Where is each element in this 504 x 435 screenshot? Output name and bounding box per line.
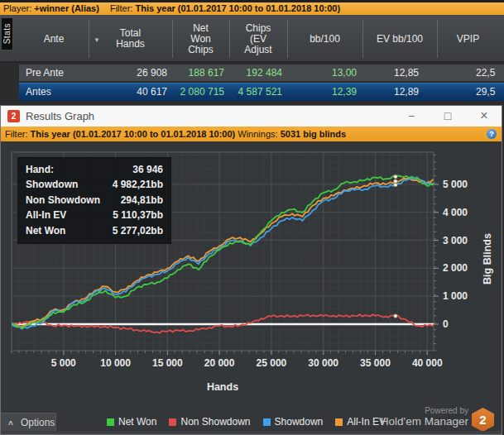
cell-value: 192 484 <box>208 65 282 81</box>
svg-text:2 000: 2 000 <box>443 262 468 274</box>
row-label: Antes <box>26 84 51 101</box>
legend-label: Non Showdown <box>180 416 250 428</box>
hm2-app-icon: 2 <box>7 110 20 122</box>
tooltip-row: Showdown4 982,21bb <box>26 177 163 192</box>
graph-filter-bar: Filter: This year (01.01.2017 10:00 to 0… <box>1 127 502 141</box>
legend-swatch-icon <box>169 418 176 426</box>
filter-value: This year (01.01.2017 10:00 to 01.01.201… <box>135 3 340 13</box>
row-label: Pre Ante <box>26 65 64 81</box>
column-header-ev-bb100[interactable]: EV bb/100 <box>362 15 437 63</box>
column-header-total-hands[interactable]: Total Hands <box>89 15 172 63</box>
svg-text:Big Blinds: Big Blinds <box>482 233 493 284</box>
player-filter-bar: Player: +winner (Alias) Filter: This yea… <box>0 2 504 15</box>
legend-swatch-icon <box>107 418 114 426</box>
cell-value: 22,5 <box>476 65 504 81</box>
column-divider <box>89 20 89 58</box>
graph-filter-value: This year (01.01.2017 10:00 to 01.01.201… <box>31 129 236 139</box>
svg-text:4 000: 4 000 <box>443 207 468 218</box>
player-label: Player: <box>3 3 31 13</box>
column-header-bb100[interactable]: bb/100 <box>287 15 362 63</box>
svg-text:5 000: 5 000 <box>443 179 468 190</box>
filter-label: Filter: <box>110 3 133 13</box>
graph-filter-label: Filter: <box>5 129 28 139</box>
legend-item[interactable]: Showdown <box>263 416 324 428</box>
hover-tooltip: Hand:36 946Showdown4 982,21bbNon Showdow… <box>17 157 171 244</box>
svg-text:5 000: 5 000 <box>51 357 76 369</box>
svg-text:Hands: Hands <box>207 381 238 393</box>
tooltip-row: Non Showdown294,81bb <box>26 193 163 208</box>
stats-side-tab[interactable]: Stats <box>1 17 13 50</box>
column-divider <box>437 20 438 58</box>
column-divider <box>287 20 288 58</box>
cell-value: 29,5 <box>476 84 504 101</box>
legend-swatch-icon <box>263 418 271 426</box>
legend-label: Showdown <box>275 416 324 428</box>
column-header-chips-ev-adjust[interactable]: Chips (EV Adjust <box>229 15 287 63</box>
legend-item[interactable]: Non Showdown <box>169 416 250 428</box>
legend-label: Net Won <box>118 416 156 428</box>
table-row[interactable]: Antes40 6172 080 7154 587 52112,3912,892… <box>19 83 504 101</box>
legend-swatch-icon <box>335 418 343 426</box>
svg-text:20 000: 20 000 <box>204 357 235 369</box>
brand-name: Hold'em Manager <box>381 415 468 428</box>
chart-legend: Net WonNon ShowdownShowdownAll-In EV <box>107 416 386 428</box>
cell-value: 12,85 <box>344 65 419 81</box>
column-divider <box>362 20 363 58</box>
window-titlebar[interactable]: 2 Results Graph − □ × <box>1 106 502 127</box>
winnings-label: Winnings: <box>238 129 277 139</box>
tooltip-row: Hand:36 946 <box>26 162 163 177</box>
column-header-vpip[interactable]: VPIP <box>437 15 499 63</box>
svg-text:40 000: 40 000 <box>412 357 443 369</box>
cell-value: 12,89 <box>344 84 419 101</box>
hm2-hexagon-logo: 2 <box>472 408 494 432</box>
options-button-label: Options <box>21 413 55 433</box>
results-graph-window: 2 Results Graph − □ × Filter: This year … <box>0 105 502 435</box>
winnings-value: 5031 big blinds <box>281 129 346 139</box>
tooltip-row: All-In EV5 110,37bb <box>26 208 163 222</box>
svg-text:25 000: 25 000 <box>257 357 287 369</box>
close-button[interactable]: × <box>473 106 496 127</box>
svg-text:10 000: 10 000 <box>100 357 131 369</box>
svg-text:15 000: 15 000 <box>152 357 183 369</box>
legend-item[interactable]: Net Won <box>107 416 156 428</box>
svg-text:35 000: 35 000 <box>360 357 391 369</box>
column-divider <box>229 20 230 58</box>
column-header-ante[interactable]: Ante ▼ <box>19 15 89 63</box>
minimize-button[interactable]: − <box>400 106 423 127</box>
tooltip-row: Net Won5 277,02bb <box>26 223 163 238</box>
column-header-net-won-chips[interactable]: Net Won Chips <box>172 15 229 63</box>
column-divider <box>172 20 173 58</box>
window-bottom-strip <box>1 431 502 434</box>
stats-side-tab-label: Stats <box>2 23 12 44</box>
player-value: +winner (Alias) <box>34 3 99 13</box>
cell-value: 4 587 521 <box>208 84 282 101</box>
stats-table-header: Ante ▼ Total Hands Net Won Chips Chips (… <box>0 15 504 63</box>
window-title: Results Graph <box>26 106 94 127</box>
svg-text:3 000: 3 000 <box>443 235 468 246</box>
legend-item[interactable]: All-In EV <box>335 416 386 428</box>
maximize-button[interactable]: □ <box>436 106 459 127</box>
svg-text:30 000: 30 000 <box>308 357 338 369</box>
svg-text:1 000: 1 000 <box>443 290 468 302</box>
powered-by-text: Powered by <box>425 406 468 415</box>
svg-text:0: 0 <box>443 318 449 330</box>
table-row[interactable]: Pre Ante26 908188 617192 48413,0012,8522… <box>19 65 504 81</box>
help-icon[interactable]: ? <box>487 129 497 139</box>
